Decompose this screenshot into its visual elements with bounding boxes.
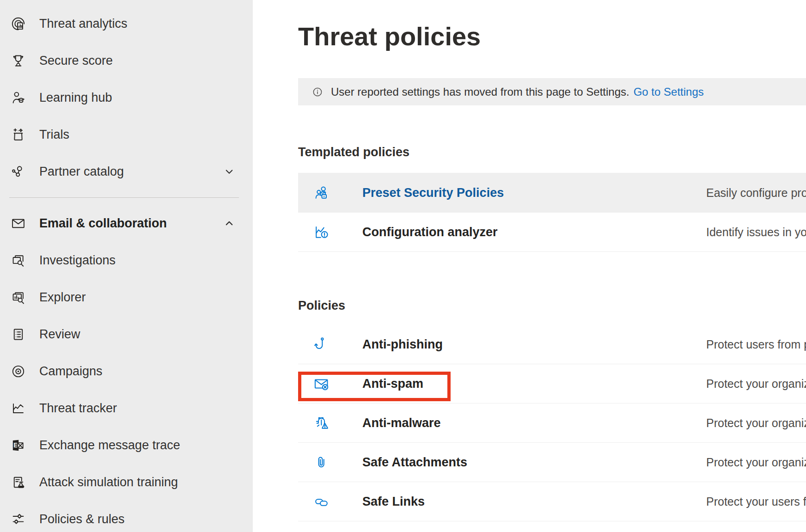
row-description: Protect your organiz bbox=[706, 456, 806, 469]
banner-message: User reported settings has moved from th… bbox=[331, 86, 629, 98]
row-title: Configuration analyzer bbox=[362, 225, 706, 239]
row-title-link[interactable]: Preset Security Policies bbox=[362, 186, 706, 200]
sidebar-item-learning-hub[interactable]: Learning hub bbox=[0, 79, 253, 116]
safe-attachments-icon bbox=[298, 454, 362, 471]
chevron-up-icon bbox=[222, 216, 236, 230]
sidebar-item-label: Threat analytics bbox=[39, 17, 128, 31]
sidebar-item-label: Email & collaboration bbox=[39, 216, 167, 231]
row-safe-attachments[interactable]: Safe Attachments Protect your organiz bbox=[298, 443, 806, 482]
page-title: Threat policies bbox=[298, 0, 806, 54]
sidebar-divider bbox=[9, 197, 239, 198]
main-content: Threat policies User reported settings h… bbox=[253, 0, 806, 532]
campaigns-icon bbox=[10, 363, 26, 379]
sidebar-item-label: Trials bbox=[39, 128, 69, 142]
safe-links-icon bbox=[298, 493, 362, 510]
partner-catalog-icon bbox=[10, 164, 26, 180]
row-description: Easily configure prot bbox=[706, 186, 806, 200]
row-safe-links[interactable]: Safe Links Protect your users fr bbox=[298, 482, 806, 521]
preset-security-policies-icon bbox=[298, 184, 362, 202]
sidebar-item-label: Secure score bbox=[39, 54, 113, 68]
sidebar-item-label: Threat tracker bbox=[39, 401, 117, 416]
row-title: Anti-phishing bbox=[362, 337, 706, 352]
row-description: Identify issues in you bbox=[706, 226, 806, 239]
threat-analytics-icon bbox=[10, 16, 26, 32]
configuration-analyzer-icon bbox=[298, 224, 362, 241]
explorer-icon bbox=[10, 289, 26, 306]
chevron-down-icon bbox=[222, 165, 236, 178]
threat-tracker-icon bbox=[10, 400, 26, 416]
anti-spam-icon bbox=[298, 375, 362, 392]
policies-list: Anti-phishing Protect users from p Anti-… bbox=[298, 325, 806, 521]
sidebar-item-threat-tracker[interactable]: Threat tracker bbox=[0, 390, 253, 427]
sidebar-item-label: Campaigns bbox=[39, 364, 103, 379]
templated-policies-heading: Templated policies bbox=[298, 105, 806, 160]
info-banner: User reported settings has moved from th… bbox=[298, 78, 806, 105]
row-anti-spam[interactable]: Anti-spam Protect your organiz bbox=[298, 364, 806, 404]
sidebar-item-label: Exchange message trace bbox=[39, 438, 180, 453]
sidebar-item-investigations[interactable]: Investigations bbox=[0, 242, 253, 279]
anti-malware-icon bbox=[298, 415, 362, 432]
sidebar-item-partner-catalog[interactable]: Partner catalog bbox=[0, 153, 253, 190]
go-to-settings-link[interactable]: Go to Settings bbox=[634, 86, 704, 98]
row-description: Protect your organiz bbox=[706, 377, 806, 391]
investigations-icon bbox=[10, 252, 26, 269]
row-description: Protect your organiz bbox=[706, 416, 806, 430]
sidebar-item-label: Attack simulation training bbox=[39, 475, 178, 489]
exchange-icon: E bbox=[10, 437, 26, 453]
sidebar-item-policies-rules[interactable]: Policies & rules bbox=[0, 501, 253, 532]
sidebar-item-campaigns[interactable]: Campaigns bbox=[0, 353, 253, 390]
sidebar-item-attack-simulation-training[interactable]: Attack simulation training bbox=[0, 464, 253, 501]
policies-rules-icon bbox=[10, 511, 26, 527]
row-anti-malware[interactable]: Anti-malware Protect your organiz bbox=[298, 404, 806, 443]
sidebar-item-label: Partner catalog bbox=[39, 165, 124, 179]
row-description: Protect users from p bbox=[706, 338, 806, 351]
sidebar-item-secure-score[interactable]: Secure score bbox=[0, 42, 253, 79]
row-preset-security-policies[interactable]: Preset Security Policies Easily configur… bbox=[298, 173, 806, 213]
sidebar-item-email-collaboration[interactable]: Email & collaboration bbox=[0, 205, 253, 242]
sidebar-item-label: Investigations bbox=[39, 253, 116, 268]
templated-policies-list: Preset Security Policies Easily configur… bbox=[298, 173, 806, 252]
sidebar-item-label: Policies & rules bbox=[39, 512, 125, 526]
sidebar-item-explorer[interactable]: Explorer bbox=[0, 279, 253, 316]
sidebar-item-label: Review bbox=[39, 327, 80, 342]
row-title: Safe Attachments bbox=[362, 455, 706, 470]
sidebar-item-review[interactable]: Review bbox=[0, 316, 253, 353]
info-icon bbox=[312, 86, 323, 98]
sidebar-item-label: Learning hub bbox=[39, 91, 112, 105]
row-configuration-analyzer[interactable]: Configuration analyzer Identify issues i… bbox=[298, 213, 806, 252]
policies-heading: Policies bbox=[298, 252, 806, 313]
secure-score-icon bbox=[10, 53, 26, 69]
anti-phishing-icon bbox=[298, 336, 362, 353]
row-title: Anti-malware bbox=[362, 416, 706, 430]
trials-icon bbox=[10, 127, 26, 143]
left-nav-sidebar: Threat analytics Secure score Learning h… bbox=[0, 0, 253, 532]
row-title: Anti-spam bbox=[362, 377, 706, 391]
sidebar-item-exchange-message-trace[interactable]: E Exchange message trace bbox=[0, 427, 253, 464]
review-icon bbox=[10, 326, 26, 342]
mail-icon bbox=[10, 215, 26, 232]
attack-simulation-icon bbox=[10, 474, 26, 490]
sidebar-item-trials[interactable]: Trials bbox=[0, 116, 253, 153]
sidebar-item-label: Explorer bbox=[39, 290, 86, 305]
sidebar-item-threat-analytics[interactable]: Threat analytics bbox=[0, 5, 253, 42]
learning-hub-icon bbox=[10, 90, 26, 106]
row-title: Safe Links bbox=[362, 495, 706, 509]
row-description: Protect your users fr bbox=[706, 495, 806, 508]
row-anti-phishing[interactable]: Anti-phishing Protect users from p bbox=[298, 325, 806, 364]
